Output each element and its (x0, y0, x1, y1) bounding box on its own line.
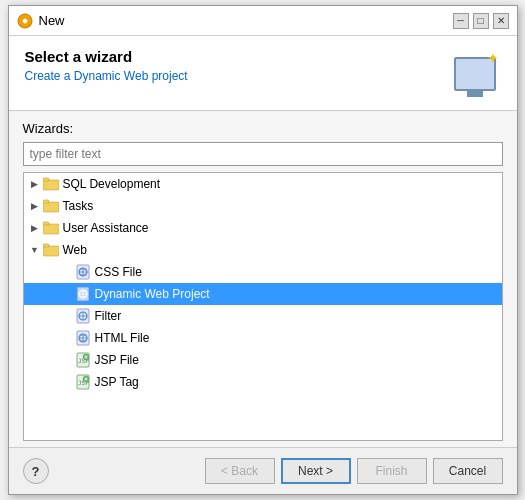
next-button[interactable]: Next > (281, 458, 351, 484)
action-buttons: < Back Next > Finish Cancel (205, 458, 503, 484)
folder-icon-sql (43, 177, 59, 191)
file-icon-filter (75, 308, 91, 324)
svg-rect-8 (43, 200, 49, 203)
tree-label-web: Web (63, 243, 87, 257)
svg-rect-6 (43, 178, 49, 181)
arrow-web (28, 243, 42, 257)
title-bar: New ─ □ ✕ (9, 6, 517, 36)
back-button[interactable]: < Back (205, 458, 275, 484)
arrow-jspfile (60, 353, 74, 367)
tree-item-web[interactable]: Web (24, 239, 502, 261)
filter-input[interactable] (23, 142, 503, 166)
header-text: Select a wizard Create a Dynamic Web pro… (25, 48, 188, 83)
tree-label-dynwebproj: Dynamic Web Project (95, 287, 210, 301)
arrow-jsptag (60, 375, 74, 389)
tree-item-htmlfile[interactable]: HTML File (24, 327, 502, 349)
dialog-title: New (39, 13, 453, 28)
header-area: Select a wizard Create a Dynamic Web pro… (9, 36, 517, 111)
tree-label-filter: Filter (95, 309, 122, 323)
tree-label-jspfile: JSP File (95, 353, 139, 367)
svg-rect-12 (43, 244, 49, 247)
tree-label-cssfile: CSS File (95, 265, 142, 279)
svg-rect-5 (43, 180, 59, 190)
folder-icon-web (43, 243, 59, 257)
folder-icon-userassist (43, 221, 59, 235)
svg-rect-7 (43, 202, 59, 212)
svg-rect-11 (43, 246, 59, 256)
tree-label-userassist: User Assistance (63, 221, 149, 235)
tree-label-sql: SQL Development (63, 177, 161, 191)
tree-item-cssfile[interactable]: CSS File (24, 261, 502, 283)
svg-rect-9 (43, 224, 59, 234)
tree-item-sql[interactable]: SQL Development (24, 173, 502, 195)
content-area: Wizards: SQL Development (9, 111, 517, 447)
minimize-button[interactable]: ─ (453, 13, 469, 29)
sparkle-icon: ✦ (487, 50, 499, 66)
arrow-userassist (28, 221, 42, 235)
arrow-filter (60, 309, 74, 323)
arrow-tasks (28, 199, 42, 213)
dialog: New ─ □ ✕ Select a wizard Create a Dynam… (8, 5, 518, 495)
tree-item-userassist[interactable]: User Assistance (24, 217, 502, 239)
maximize-button[interactable]: □ (473, 13, 489, 29)
tree-label-jsptag: JSP Tag (95, 375, 139, 389)
wizard-subtitle: Create a Dynamic Web project (25, 69, 188, 83)
arrow-cssfile (60, 265, 74, 279)
tree-item-jspfile[interactable]: JSP JSP File (24, 349, 502, 371)
arrow-htmlfile (60, 331, 74, 345)
tree-label-tasks: Tasks (63, 199, 94, 213)
arrow-sql (28, 177, 42, 191)
arrow-dynwebproj (60, 287, 74, 301)
file-icon-dynwebproj (75, 286, 91, 302)
help-button[interactable]: ? (23, 458, 49, 484)
close-button[interactable]: ✕ (493, 13, 509, 29)
header-icon: ✦ (449, 48, 501, 100)
tree-item-jsptag[interactable]: JSP JSP Tag (24, 371, 502, 393)
wizards-label: Wizards: (23, 121, 503, 136)
tree-item-tasks[interactable]: Tasks (24, 195, 502, 217)
file-icon-htmlfile (75, 330, 91, 346)
cancel-button[interactable]: Cancel (433, 458, 503, 484)
file-icon-jspfile: JSP (75, 352, 91, 368)
title-bar-controls: ─ □ ✕ (453, 13, 509, 29)
finish-button[interactable]: Finish (357, 458, 427, 484)
wizard-title: Select a wizard (25, 48, 188, 65)
file-icon-cssfile (75, 264, 91, 280)
tree-item-filter[interactable]: Filter (24, 305, 502, 327)
svg-point-1 (23, 19, 27, 23)
wizard-tree[interactable]: SQL Development Tasks User Assistance (23, 172, 503, 441)
bottom-bar: ? < Back Next > Finish Cancel (9, 447, 517, 494)
svg-rect-10 (43, 222, 49, 225)
tree-label-htmlfile: HTML File (95, 331, 150, 345)
tree-item-dynwebproj[interactable]: Dynamic Web Project (24, 283, 502, 305)
folder-icon-tasks (43, 199, 59, 213)
file-icon-jsptag: JSP (75, 374, 91, 390)
dialog-icon (17, 13, 33, 29)
